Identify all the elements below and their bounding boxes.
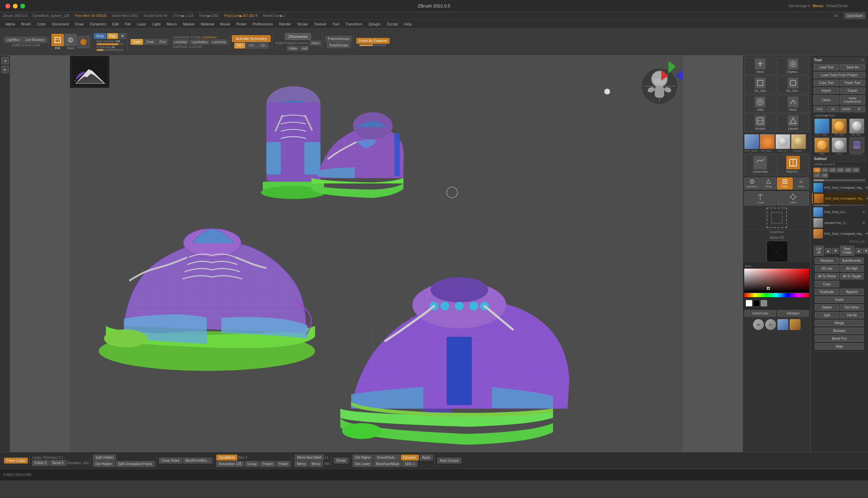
minimize-button[interactable] [13, 4, 18, 9]
sidebar-btn-2[interactable]: ▶ [1, 66, 9, 73]
merge-btn[interactable]: Merge [815, 320, 864, 326]
divide-btn[interactable]: Divide [334, 458, 348, 463]
live-boolean-button[interactable]: Live Boolean [23, 37, 47, 43]
inflat-tool[interactable]: Inflat [744, 95, 777, 113]
v4-btn[interactable]: V4 [837, 168, 844, 172]
mat-sphere-2[interactable]: 27 [765, 319, 776, 330]
subtool-eye-icon-2[interactable]: 👁 [866, 197, 868, 200]
menu-edit[interactable]: Edit [110, 21, 122, 27]
del-hidden-btn[interactable]: Del Hidden [93, 461, 114, 467]
tool-thumb-foc1[interactable]: FOC_final... [814, 119, 830, 136]
lazy-step-btn[interactable]: LazyStep [173, 40, 189, 44]
split-btn[interactable]: Split [815, 312, 839, 318]
del-lower-btn[interactable]: Del Lower [353, 461, 373, 467]
mirror-btn-1[interactable]: Mirror [295, 461, 308, 467]
delete-btn[interactable]: Delete [815, 304, 839, 311]
lightbox-button[interactable]: LightBox [4, 37, 22, 43]
duplicate-btn[interactable]: Duplicate [815, 289, 839, 295]
fill-object-btn[interactable]: FillObject [778, 310, 809, 316]
del-all-btn[interactable]: Del All [840, 312, 864, 318]
sk-cloth-tool[interactable]: SK_Clot... [777, 76, 809, 94]
folder-down-btn[interactable]: ▼ [863, 248, 868, 254]
all-to-home-btn[interactable]: All To Home [815, 273, 839, 279]
white-swatch[interactable] [745, 300, 752, 306]
list-down-btn[interactable]: ▼ [832, 248, 839, 254]
all-btn[interactable]: All [827, 106, 839, 112]
polish-btn[interactable]: Polish 0 [32, 460, 49, 466]
menu-material[interactable]: Material [198, 21, 217, 27]
subtool-item-4[interactable]: Simplet FOC_fi... 👁 [812, 218, 867, 228]
zmodel-tool[interactable]: ZModel [777, 114, 809, 132]
resolution-btn[interactable]: Resolution 128 [216, 461, 244, 467]
quicksave-button[interactable]: QuickSave [844, 13, 865, 18]
tool-panel-expand-icon[interactable] [860, 58, 865, 62]
subtool-eye-icon-3[interactable]: 👁 [862, 210, 865, 214]
load-tool-btn[interactable]: Load Tool [814, 64, 839, 70]
all-low-btn[interactable]: All Low [815, 265, 839, 272]
menu-marker[interactable]: Marker [180, 21, 197, 27]
keep-groups-btn[interactable]: KeepGroups [327, 42, 350, 48]
mat-thumb-1[interactable] [778, 319, 788, 330]
menu-file[interactable]: File [122, 21, 133, 27]
pinch-tool[interactable]: Pinch [777, 95, 809, 113]
menu-macro[interactable]: Macro [164, 21, 180, 27]
del-other-btn[interactable]: Del Other [840, 304, 864, 311]
draw-icon[interactable] [64, 34, 77, 46]
sdiv-btn[interactable]: SDIv 1 [403, 461, 417, 467]
split-hidden-btn[interactable]: Split Hidden [93, 455, 116, 460]
export-btn[interactable]: Export [840, 88, 866, 94]
alpha-thumbnail[interactable] [767, 241, 787, 261]
freeze-groups-btn[interactable]: FreezeGroups [326, 36, 352, 42]
mesh-from-brush-btn[interactable]: MeshFromBru... [183, 458, 212, 463]
v6-btn[interactable]: V6 [852, 168, 859, 172]
all-to-target-btn[interactable]: All To Target [840, 273, 864, 279]
mirror-btn-2[interactable]: Mirror [309, 461, 323, 467]
tool-thumb-sk[interactable]: SK_Slas [831, 119, 848, 136]
r-btn[interactable]: R [853, 106, 865, 112]
close-button[interactable] [5, 4, 10, 9]
menu-layer[interactable]: Layer [134, 21, 149, 27]
edit-icon[interactable] [52, 34, 64, 46]
project-btn[interactable]: Project [260, 461, 275, 467]
polish-dyn-btn[interactable]: Polish [276, 461, 290, 467]
v7-btn[interactable]: V7 [814, 173, 820, 178]
zremesher-button[interactable]: ZRemesher [285, 33, 310, 40]
menus-label[interactable]: Menus [813, 4, 824, 8]
x-symm-button[interactable]: >X< [234, 43, 245, 49]
append-btn[interactable]: Append [840, 289, 864, 295]
menu-color[interactable]: Color [34, 21, 49, 27]
v1-btn[interactable]: V1 [814, 168, 820, 172]
menu-zplugin[interactable]: Zplugin [366, 21, 383, 27]
apply-btn[interactable]: Apply [420, 455, 433, 460]
panel-loops-btn[interactable]: Panel Loops [4, 458, 28, 463]
gray-swatch[interactable] [761, 300, 767, 306]
rgb-button[interactable]: Rgb [107, 33, 118, 39]
menu-zscript[interactable]: Zscript [384, 21, 400, 27]
v2-btn[interactable]: V2 [821, 168, 828, 172]
menu-transform[interactable]: Transform [343, 21, 365, 27]
smooth-sub-btn[interactable]: SmoothSub... [374, 455, 400, 460]
menu-alpha[interactable]: Alpha [3, 21, 18, 27]
split-unmasked-btn[interactable]: Split Unmasked Points [116, 461, 155, 467]
menu-preferences[interactable]: Preferences [250, 21, 275, 27]
navigation-gizmo[interactable] [710, 61, 738, 88]
save-as-btn[interactable]: Save As [840, 64, 866, 70]
v5-btn[interactable]: V5 [845, 168, 852, 172]
group-btn[interactable]: Group [245, 461, 259, 467]
folder-up-btn[interactable]: ▲ [855, 248, 862, 254]
color-gradient-main[interactable] [744, 268, 809, 292]
dynamesh-btn[interactable]: DynaMesh [216, 455, 237, 460]
curve-tube-tool[interactable]: CurveTube [744, 154, 777, 175]
rgb-slider[interactable] [97, 43, 124, 45]
zcut-button[interactable]: Zcut [157, 39, 168, 45]
foc-thumb-4[interactable]: Simplet... [791, 134, 806, 153]
z-symm-button[interactable]: >Z< [258, 43, 269, 49]
insert-btn[interactable]: Insert [815, 297, 864, 303]
coz-btn[interactable]: CoZ [814, 106, 826, 112]
visible-btn[interactable]: Visible [840, 106, 852, 112]
maximize-button[interactable] [20, 4, 25, 9]
subtool-item-1[interactable]: FOC_final_UVmapped_Hig... 👁 [812, 182, 867, 193]
zadd-button[interactable]: Zadd [130, 39, 143, 45]
subtool-item-2[interactable]: FOC_final_UVmapped_Hig... 👁 [812, 193, 867, 204]
menu-brush[interactable]: Brush [18, 21, 34, 27]
